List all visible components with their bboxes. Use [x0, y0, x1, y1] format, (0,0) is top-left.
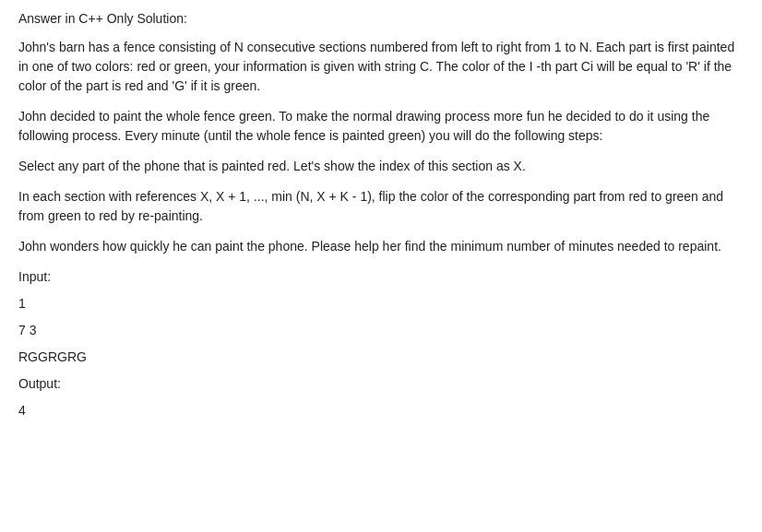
paragraph-5: John wonders how quickly he can paint th… — [18, 237, 744, 256]
input-value-2: 7 3 — [18, 321, 744, 340]
paragraph-4: In each section with references X, X + 1… — [18, 187, 744, 226]
input-label: Input: — [18, 267, 744, 287]
output-label: Output: — [18, 374, 744, 394]
input-value-3: RGGRGRG — [18, 348, 744, 367]
output-value: 4 — [18, 401, 744, 420]
paragraph-1: John's barn has a fence consisting of N … — [18, 38, 744, 96]
paragraph-3: Select any part of the phone that is pai… — [18, 157, 744, 176]
paragraph-2: John decided to paint the whole fence gr… — [18, 107, 744, 146]
answer-heading: Answer in C++ Only Solution: — [18, 9, 744, 29]
input-value-1: 1 — [18, 294, 744, 313]
